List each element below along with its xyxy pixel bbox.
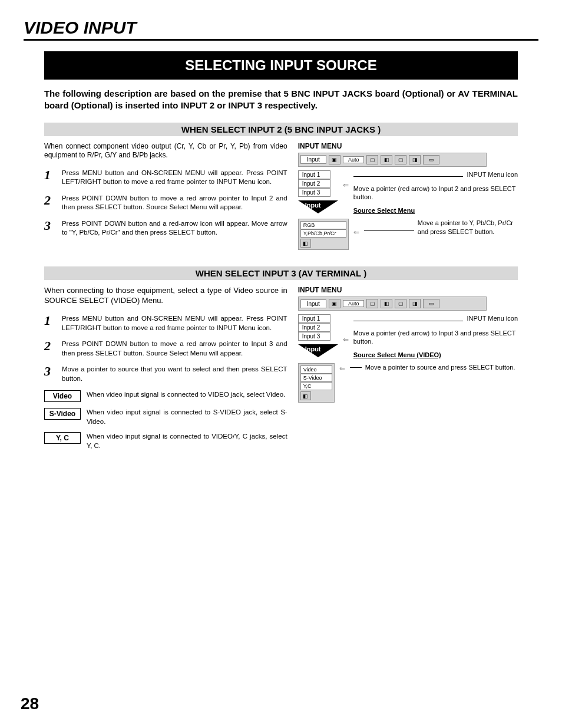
step-text: Press POINT DOWN button to move a red ar… — [62, 340, 287, 358]
subheading-input2: WHEN SELECT INPUT 2 (5 BNC INPUT JACKS ) — [44, 123, 518, 136]
leader-line — [353, 321, 464, 321]
annot-icon-label: INPUT Menu icon — [467, 314, 518, 322]
page-number: 28 — [21, 694, 39, 713]
source-annot-col: Move a pointer to Y, Pb/Cb, Pr/Cr and pr… — [364, 219, 518, 236]
source-cluster: RGB Y,Pb/Cb,Pr/Cr ◧ ⇐ Move a pointer to … — [298, 219, 518, 250]
menu-icon: ◨ — [409, 155, 421, 164]
source-item: Y,C — [300, 382, 332, 390]
leader-line — [350, 367, 362, 371]
source-item: Video — [300, 365, 332, 374]
source-close-icon: ◧ — [300, 391, 311, 400]
menu-cluster: Input 1 Input 2 Input 3 Input 2 ⇐ INPUT … — [298, 170, 518, 217]
step-text: Press MENU button and ON-SCREEN MENU wil… — [62, 314, 287, 332]
step-number: 3 — [44, 365, 56, 383]
menu-auto-label: Auto — [343, 300, 365, 307]
leader-line — [353, 176, 464, 177]
label-desc: When video input signal is connected to … — [87, 408, 287, 426]
menu-icon: ◧ — [381, 155, 392, 164]
label-row-svideo: S-Video When video input signal is conne… — [44, 408, 287, 426]
pointer-arrow-icon: ⇐ — [353, 219, 359, 236]
down-arrow-icon: Input 3 — [298, 344, 338, 357]
step-number: 3 — [44, 219, 56, 238]
source-item: Y,Pb/Cb,Pr/Cr — [300, 229, 346, 238]
triangle-label: Input 2 — [305, 202, 321, 216]
source-annot: Move a pointer to Y, Pb/Cb, Pr/Cr and pr… — [418, 219, 518, 236]
menu-return-icon: ▣ — [329, 299, 340, 308]
input-column: Input 1 Input 2 Input 3 Input 2 — [298, 170, 338, 213]
pointer-arrow-icon: ⇐ — [339, 363, 345, 373]
step-number: 1 — [44, 314, 56, 332]
section-a-intro: When connect component video output (Cr,… — [44, 142, 287, 160]
label-row-video: Video When video input signal is connect… — [44, 390, 287, 402]
step-text: Press POINT DOWN button to move a red ar… — [62, 194, 287, 212]
label-box: S-Video — [44, 408, 81, 420]
input-list: Input 1 Input 2 Input 3 — [298, 170, 338, 197]
menu-icon: ▢ — [366, 155, 378, 164]
section-title: VIDEO INPUT — [24, 18, 538, 41]
triangle-label: Input 3 — [305, 345, 321, 360]
menu-bar: Input ▣ Auto ▢ ◧ ▢ ◨ ▭ — [298, 153, 487, 167]
step-number: 1 — [44, 169, 56, 187]
source-annot: Move a pointer to source and press SELEC… — [365, 363, 518, 371]
input-list: Input 1 Input 2 Input 3 — [298, 314, 338, 341]
source-annot-col: Move a pointer to source and press SELEC… — [350, 363, 518, 371]
section-a-columns: When connect component video output (Cr,… — [44, 142, 518, 251]
section-b-right: INPUT MENU Input ▣ Auto ▢ ◧ ▢ ◨ ▭ Input … — [298, 286, 518, 456]
menu-title: INPUT MENU — [298, 142, 518, 150]
annot-column: INPUT Menu icon Move a pointer (red arro… — [353, 314, 518, 361]
menu-icon: ▭ — [423, 155, 439, 164]
intro-text: The following description are based on t… — [44, 88, 518, 112]
source-cluster: Video S-Video Y,C ◧ ⇐ Move a pointer to … — [298, 363, 518, 403]
menu-bar-label: Input — [300, 299, 326, 308]
source-item: S-Video — [300, 374, 332, 382]
annot-move: Move a pointer (red arrow) to Input 2 an… — [353, 185, 518, 202]
pointer-arrow-icon: ⇐ — [343, 314, 349, 344]
menu-bar: Input ▣ Auto ▢ ◧ ▢ ◨ ▭ — [298, 297, 487, 311]
step-2: 2 Press POINT DOWN button to move a red … — [44, 194, 287, 212]
source-close-icon: ◧ — [300, 239, 311, 248]
annot-icon-label: INPUT Menu icon — [467, 170, 518, 179]
menu-icon: ▢ — [395, 155, 406, 164]
down-arrow-icon: Input 2 — [298, 200, 338, 213]
pointer-arrow-icon: ⇐ — [343, 170, 349, 189]
label-box: Video — [44, 390, 81, 402]
input-item: Input 2 — [298, 323, 330, 332]
source-list: Video S-Video Y,C ◧ — [298, 363, 335, 403]
subheading-input3: WHEN SELECT INPUT 3 (AV TERMINAL ) — [44, 266, 518, 280]
label-desc: When video input signal is connected to … — [87, 432, 287, 450]
menu-icon: ▢ — [395, 299, 406, 308]
source-list: RGB Y,Pb/Cb,Pr/Cr ◧ — [298, 219, 349, 250]
input-item: Input 3 — [298, 332, 330, 341]
step-number: 2 — [44, 194, 56, 212]
section-a-right: INPUT MENU Input ▣ Auto ▢ ◧ ▢ ◨ ▭ Input … — [298, 142, 518, 251]
label-row-yc: Y, C When video input signal is connecte… — [44, 432, 287, 450]
label-box: Y, C — [44, 432, 81, 444]
menu-bar-label: Input — [300, 155, 326, 164]
input-item: Input 1 — [298, 314, 330, 323]
step-text: Press MENU button and ON-SCREEN MENU wil… — [62, 169, 287, 187]
input-item: Input 1 — [298, 170, 330, 179]
annot-move: Move a pointer (red arrow) to Input 3 an… — [353, 329, 518, 346]
step-text: Move a pointer to source that you want t… — [62, 365, 287, 383]
input-column: Input 1 Input 2 Input 3 Input 3 — [298, 314, 338, 357]
section-b-left: When connecting to those equipment, sele… — [44, 286, 287, 456]
label-desc: When video input signal is connected to … — [87, 390, 285, 400]
menu-return-icon: ▣ — [329, 155, 340, 164]
menu-auto-label: Auto — [343, 156, 365, 163]
annot-column: INPUT Menu icon Move a pointer (red arro… — [353, 170, 518, 217]
menu-icon: ▭ — [423, 299, 439, 308]
step-2: 2 Press POINT DOWN button to move a red … — [44, 340, 287, 358]
banner-heading: SELECTING INPUT SOURCE — [44, 51, 518, 80]
input-item: Input 2 — [298, 179, 330, 188]
source-select-title: Source Select Menu — [353, 207, 518, 214]
step-1: 1 Press MENU button and ON-SCREEN MENU w… — [44, 314, 287, 332]
step-3: 3 Move a pointer to source that you want… — [44, 365, 287, 383]
input-item: Input 3 — [298, 188, 330, 197]
menu-icon: ◨ — [409, 299, 421, 308]
step-3: 3 Press POINT DOWN button and a red-arro… — [44, 219, 287, 238]
step-1: 1 Press MENU button and ON-SCREEN MENU w… — [44, 169, 287, 187]
menu-icon: ▢ — [366, 299, 378, 308]
menu-cluster: Input 1 Input 2 Input 3 Input 3 ⇐ INPUT … — [298, 314, 518, 361]
menu-icon: ◧ — [381, 299, 392, 308]
leader-line — [364, 230, 414, 236]
